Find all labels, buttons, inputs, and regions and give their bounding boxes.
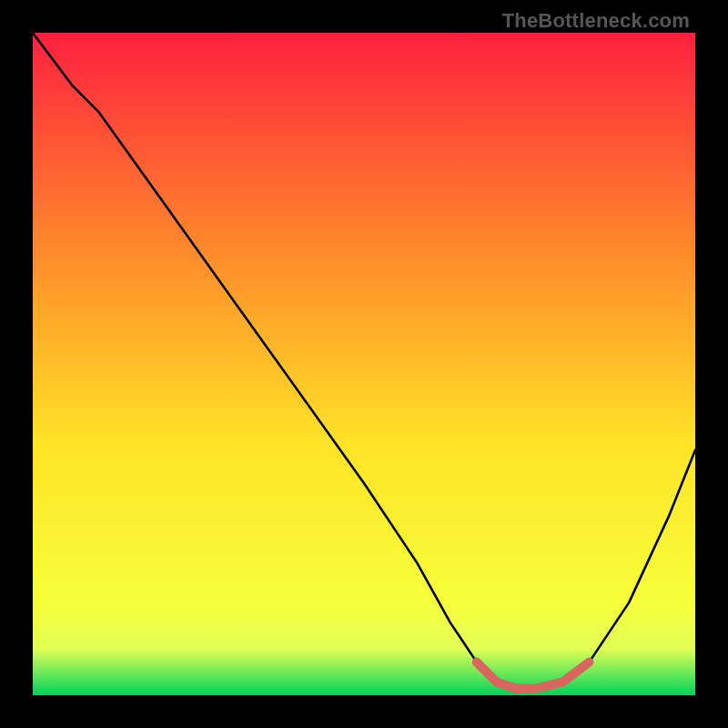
- gradient-plot-area: [33, 33, 695, 695]
- watermark-text: TheBottleneck.com: [502, 9, 690, 33]
- chart-svg: [33, 33, 695, 695]
- chart-frame: [33, 33, 695, 695]
